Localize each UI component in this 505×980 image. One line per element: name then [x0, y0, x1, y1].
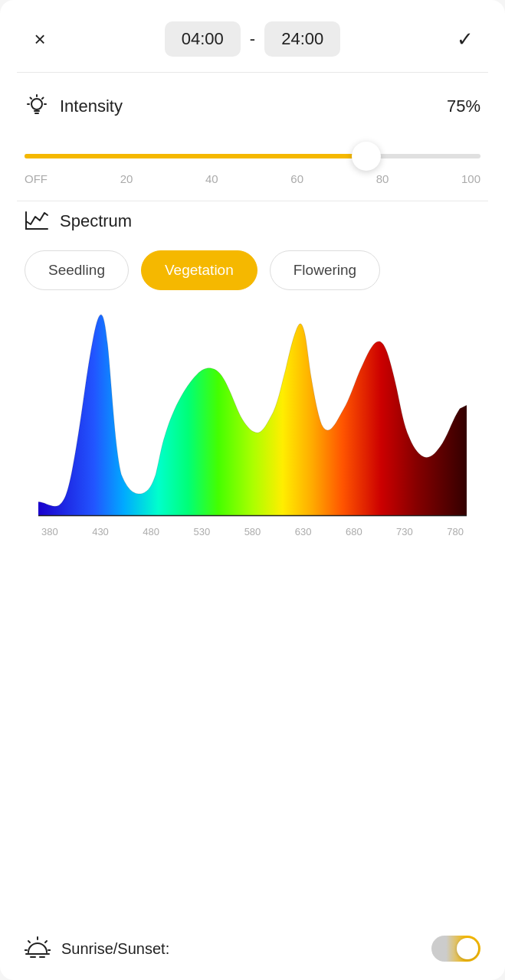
x-label-680: 680: [346, 526, 362, 537]
slider-label-80: 80: [376, 172, 389, 185]
pill-seedling[interactable]: Seedling: [25, 250, 129, 290]
x-label-580: 580: [244, 526, 261, 537]
svg-line-12: [45, 941, 47, 942]
slider-label-40: 40: [205, 172, 218, 185]
svg-point-0: [31, 99, 42, 109]
x-label-380: 380: [41, 526, 58, 537]
spectrum-pills: Seedling Vegetation Flowering: [25, 250, 480, 290]
slider-label-60: 60: [290, 172, 303, 185]
slider-thumb[interactable]: [352, 142, 381, 171]
time-separator: -: [250, 29, 255, 49]
spectrum-chart-svg: [38, 309, 467, 523]
spectrum-icon: [25, 209, 49, 234]
x-label-630: 630: [295, 526, 312, 537]
spectrum-chart: 380 430 480 530 580 630 680 730 780: [25, 309, 480, 537]
sunrise-label: Sunrise/Sunset:: [61, 940, 169, 958]
sunrise-toggle[interactable]: [431, 936, 480, 962]
sunrise-section: Sunrise/Sunset:: [0, 917, 505, 980]
svg-line-4: [42, 98, 44, 100]
x-label-430: 430: [92, 526, 109, 537]
pill-vegetation[interactable]: Vegetation: [141, 250, 257, 290]
close-button[interactable]: ×: [25, 24, 55, 54]
intensity-title-group: Intensity: [25, 94, 123, 119]
x-label-480: 480: [143, 526, 159, 537]
time-range: 04:00 - 24:00: [165, 21, 340, 57]
slider-labels: OFF 20 40 60 80 100: [25, 172, 480, 185]
x-label-530: 530: [193, 526, 210, 537]
slider-label-100: 100: [461, 172, 480, 185]
intensity-header: Intensity 75%: [25, 94, 480, 119]
svg-line-13: [28, 941, 30, 942]
x-label-730: 730: [396, 526, 413, 537]
light-bulb-icon: [25, 94, 49, 119]
time-start-pill[interactable]: 04:00: [165, 21, 241, 57]
slider-label-off: OFF: [25, 172, 48, 185]
intensity-label: Intensity: [60, 96, 123, 116]
x-label-780: 780: [447, 526, 464, 537]
main-screen: × 04:00 - 24:00 ✓: [0, 0, 505, 980]
spectrum-title-group: Spectrum: [25, 209, 480, 234]
svg-rect-8: [38, 309, 467, 515]
spectrum-section: Spectrum Seedling Vegetation Flowering: [0, 201, 505, 545]
svg-line-5: [31, 98, 32, 100]
sunrise-icon: [25, 936, 51, 962]
intensity-slider-container: OFF 20 40 60 80 100: [25, 126, 480, 185]
pill-flowering[interactable]: Flowering: [270, 250, 380, 290]
sunrise-left: Sunrise/Sunset:: [25, 936, 169, 962]
intensity-slider-track[interactable]: [25, 154, 480, 158]
slider-fill: [25, 154, 366, 158]
intensity-value: 75%: [447, 96, 480, 116]
confirm-button[interactable]: ✓: [450, 24, 480, 54]
chart-x-labels: 380 430 480 530 580 630 680 730 780: [38, 523, 467, 537]
toggle-knob: [457, 938, 478, 959]
time-end-pill[interactable]: 24:00: [264, 21, 340, 57]
header: × 04:00 - 24:00 ✓: [0, 0, 505, 72]
spectrum-label: Spectrum: [60, 211, 132, 231]
intensity-section: Intensity 75% OFF 20 40 60 80 100: [0, 73, 505, 201]
slider-label-20: 20: [120, 172, 133, 185]
